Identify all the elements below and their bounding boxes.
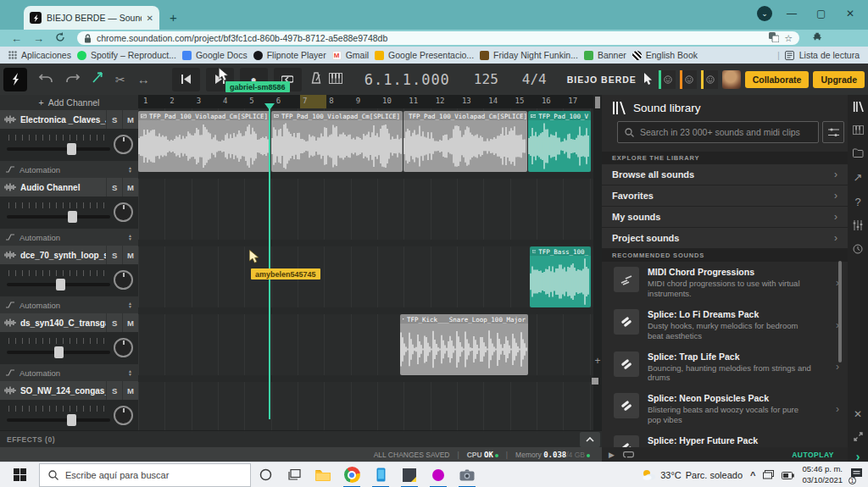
collaborator-slot-yellow[interactable] (701, 70, 718, 89)
translate-icon[interactable] (769, 30, 779, 46)
browser-tab[interactable]: BIEJO BERDE — Soundation Stud ✕ (24, 6, 159, 30)
solo-button[interactable]: S (106, 110, 122, 129)
redo-icon[interactable] (65, 72, 80, 87)
library-item-browse[interactable]: Browse all sounds› (602, 164, 848, 185)
bookmark-gmail[interactable]: M Gmail (332, 50, 369, 60)
channel-header[interactable]: SO_NW_124_congas_paleSM (0, 381, 138, 400)
extensions-icon[interactable] (813, 30, 823, 46)
bookmark-google-docs[interactable]: Google Docs (182, 50, 248, 60)
volume-slider-handle[interactable] (54, 346, 64, 358)
maximize-button[interactable]: ▢ (816, 8, 826, 19)
mute-button[interactable]: M (122, 178, 138, 196)
task-view-button[interactable] (280, 462, 309, 487)
automation-lane[interactable] (138, 240, 593, 246)
timeline-ruler[interactable]: 123456789101112131415161718 (138, 95, 593, 108)
sound-pack-trap-life[interactable]: Splice: Trap Life PackBouncing, haunting… (602, 346, 848, 389)
preview-play-icon[interactable]: ▶ (609, 451, 615, 459)
bookmark-fnf[interactable]: Friday Night Funkin... (480, 50, 578, 60)
undo-icon[interactable] (39, 72, 53, 87)
back-icon[interactable]: ← (11, 32, 22, 45)
upgrade-button[interactable]: Upgrade (813, 71, 865, 88)
pointer-mode-icon[interactable] (643, 73, 654, 86)
channel-strip[interactable]: Electronica _Claves_JackSMAutomation▲▼ (0, 110, 138, 178)
camera-app-button[interactable] (453, 462, 481, 487)
search-filter-button[interactable] (822, 121, 844, 143)
bookmark-english-book[interactable]: English Book (632, 50, 698, 60)
solo-button[interactable]: S (106, 313, 122, 332)
lane-resize-icon[interactable]: ▲▼ (128, 234, 132, 241)
sticky-notes-button[interactable] (395, 462, 424, 487)
sound-pack-midi-chords[interactable]: MIDI Chord ProgressionsMIDI chord progre… (602, 262, 848, 304)
user-avatar[interactable] (722, 70, 741, 89)
automation-lane[interactable] (138, 172, 593, 179)
solo-button[interactable]: S (106, 381, 122, 400)
close-window-button[interactable]: ✕ (846, 8, 854, 19)
channel-header[interactable]: Audio ChannelSM (0, 178, 138, 196)
automation-row[interactable]: Automation▲▼ (0, 229, 138, 246)
time-signature[interactable]: 4/4 (522, 71, 547, 87)
audio-clip[interactable]: TFP_Pad_100_Violapad_Cm[SPLICE] (403, 111, 527, 172)
help-tab-icon[interactable]: ? (854, 196, 860, 208)
history-tab-icon[interactable] (853, 244, 863, 256)
lane-resize-icon[interactable]: ▲▼ (128, 369, 132, 376)
select-tool-icon[interactable] (92, 71, 103, 87)
sound-pack-neon-popsicles[interactable]: Splice: Neon Popsicles PackBlistering be… (602, 388, 848, 430)
automation-row[interactable]: Automation▲▼ (0, 161, 138, 178)
solo-button[interactable]: S (106, 246, 122, 264)
channel-strip[interactable]: SO_NW_124_congas_paleSMAutomation▲▼ (0, 381, 138, 430)
audio-clip[interactable]: TFP_Pad_100_Violapad_Cm[SPLICE] (138, 111, 270, 172)
channel-strip[interactable]: ds_syn140_C_transgate[SSMAutomation▲▼ (0, 313, 138, 381)
volume-slider[interactable] (7, 418, 110, 422)
purple-app-button[interactable] (424, 462, 453, 487)
battery-icon[interactable] (782, 468, 794, 483)
automation-lane[interactable] (138, 307, 593, 314)
pan-knob[interactable] (114, 270, 133, 290)
channel-header[interactable]: ds_syn140_C_transgate[SSM (0, 313, 138, 332)
cut-tool-icon[interactable]: ✂ (115, 73, 125, 86)
bookmark-flipnote[interactable]: Flipnote Player (253, 50, 326, 60)
project-name[interactable]: BIEJO BERDE (567, 75, 637, 85)
library-item-favorites[interactable]: Favorites› (602, 185, 848, 207)
start-button[interactable] (0, 462, 39, 487)
reload-icon[interactable] (55, 32, 65, 45)
chrome-button[interactable] (337, 462, 366, 487)
audio-clip[interactable]: TFP_Kick___Snare_Loop_100_Major (400, 314, 528, 375)
library-search-input[interactable]: Search in 23 000+ sounds and midi clips (617, 121, 819, 143)
library-item-project-sounds[interactable]: Project sounds› (602, 228, 848, 249)
channel-strip[interactable]: dce_70_synth_loop_sequSMAutomation▲▼ (0, 246, 138, 313)
stretch-tool-icon[interactable]: ↔ (137, 72, 150, 86)
mute-button[interactable]: M (122, 313, 138, 332)
audio-clip[interactable]: TFP_Bass_100_ (530, 246, 591, 307)
bookmark-banner[interactable]: Banner (584, 50, 626, 60)
file-explorer-button[interactable] (309, 462, 337, 487)
tempo-value[interactable]: 125 (474, 71, 498, 87)
automation-lane[interactable] (138, 375, 593, 382)
volume-slider-handle[interactable] (67, 414, 76, 426)
collaborator-slot-orange[interactable] (680, 70, 697, 89)
folder-tab-icon[interactable] (853, 148, 864, 159)
share-tab-icon[interactable]: ↗ (854, 171, 863, 184)
minimize-button[interactable]: — (787, 8, 797, 19)
sound-pack-lofi-dreams[interactable]: Splice: Lo Fi Dreams PackDusty hooks, mu… (602, 304, 848, 346)
expand-panel-icon[interactable] (854, 432, 863, 443)
library-item-my-sounds[interactable]: My sounds› (602, 207, 848, 228)
solo-button[interactable]: S (106, 178, 122, 196)
autoplay-toggle[interactable]: AUTOPLAY (792, 451, 834, 459)
effects-bar[interactable]: EFFECTS (0) (0, 430, 602, 447)
new-tab-button[interactable]: + (170, 10, 177, 25)
collaborate-button[interactable]: Collaborate (745, 71, 810, 88)
volume-slider[interactable] (7, 215, 110, 219)
skip-to-start-button[interactable] (172, 68, 200, 91)
media-control-icon[interactable]: ⌄ (757, 6, 772, 21)
audio-clip[interactable]: TFP_Pad_100_V (528, 111, 591, 172)
notification-center-button[interactable]: 1 (850, 468, 863, 483)
piano-roll-icon[interactable] (329, 72, 342, 87)
mute-button[interactable]: M (122, 381, 138, 400)
taskbar-search-input[interactable]: Escribe aquí para buscar (39, 463, 251, 487)
collaborator-slot-green[interactable] (659, 70, 676, 89)
pan-knob[interactable] (114, 338, 133, 357)
mute-button[interactable]: M (122, 246, 138, 264)
bookmark-google-slides[interactable]: Google Presentacio... (375, 50, 474, 60)
audio-clip[interactable]: TFP_Pad_100_Violapad_Cm[SPLICE] (271, 111, 403, 172)
automation-row[interactable]: Automation▲▼ (0, 296, 138, 313)
